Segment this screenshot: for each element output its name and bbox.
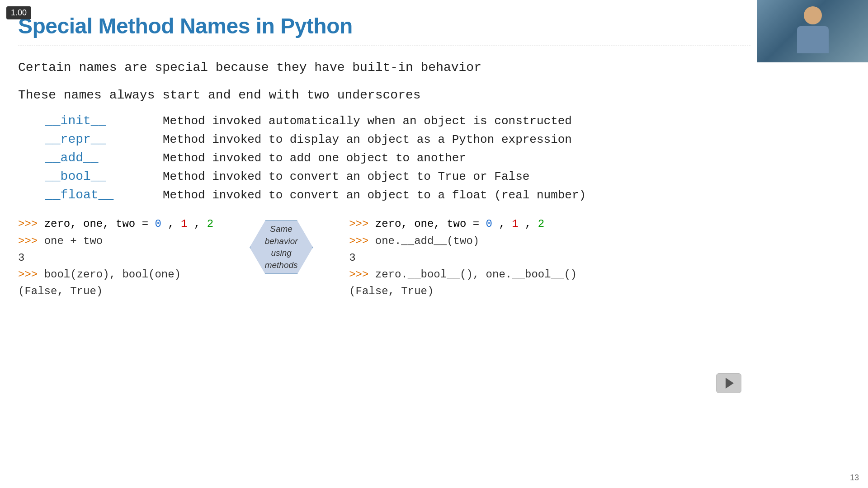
prompt-r1: >>>	[349, 218, 368, 230]
presenter-silhouette	[795, 6, 831, 56]
prompt-1: >>>	[18, 218, 38, 230]
method-row-bool: __bool__ Method invoked to convert an ob…	[45, 169, 750, 183]
slide-content: Special Method Names in Python Certain n…	[18, 14, 750, 470]
code-right-line-2: >>> one.__add__(two)	[349, 233, 577, 249]
method-name-repr: __repr__	[45, 132, 136, 146]
method-row-add: __add__ Method invoked to add one object…	[45, 151, 750, 165]
method-desc-float: Method invoked to convert an object to a…	[163, 188, 586, 202]
code-left-line-2: >>> one + two	[18, 233, 213, 249]
methods-table: __init__ Method invoked automatically wh…	[45, 114, 750, 202]
method-name-float: __float__	[45, 188, 136, 202]
speed-badge: 1.00	[6, 6, 31, 19]
code-block-left: >>> zero, one, two = 0 , 1 , 2 >>> one +…	[18, 216, 213, 300]
prompt-3: >>>	[18, 268, 38, 281]
method-row-float: __float__ Method invoked to convert an o…	[45, 188, 750, 202]
code-block-right: >>> zero, one, two = 0 , 1 , 2 >>> one._…	[349, 216, 577, 300]
intro-line-2: These names always start and end with tw…	[18, 86, 750, 104]
method-name-bool: __bool__	[45, 169, 136, 183]
hexagon-container: Samebehaviorusingmethods	[241, 220, 322, 274]
code-right-line-1: >>> zero, one, two = 0 , 1 , 2	[349, 216, 577, 232]
code-comparison-area: >>> zero, one, two = 0 , 1 , 2 >>> one +…	[18, 216, 750, 300]
webcam-overlay	[757, 0, 868, 62]
method-desc-init: Method invoked automatically when an obj…	[163, 114, 572, 128]
presenter-head	[804, 6, 822, 24]
code-right-output-2: (False, True)	[349, 283, 577, 300]
prompt-r2: >>>	[349, 235, 368, 247]
code-left-output-2: (False, True)	[18, 283, 213, 300]
prompt-2: >>>	[18, 235, 38, 247]
method-desc-repr: Method invoked to display an object as a…	[163, 133, 572, 146]
presenter-body	[797, 26, 829, 53]
play-button[interactable]	[716, 373, 741, 393]
method-row-init: __init__ Method invoked automatically wh…	[45, 114, 750, 128]
method-name-init: __init__	[45, 114, 136, 128]
code-right-output-1: 3	[349, 249, 577, 266]
code-left-output-1: 3	[18, 249, 213, 266]
presenter-video	[757, 0, 868, 62]
method-name-add: __add__	[45, 151, 136, 165]
prompt-r3: >>>	[349, 268, 368, 281]
hexagon-shape: Samebehaviorusingmethods	[250, 220, 313, 274]
intro-line-1: Certain names are special because they h…	[18, 59, 750, 76]
code-left-line-1: >>> zero, one, two = 0 , 1 , 2	[18, 216, 213, 232]
title-divider	[18, 46, 750, 46]
method-desc-add: Method invoked to add one object to anot…	[163, 151, 466, 165]
method-row-repr: __repr__ Method invoked to display an ob…	[45, 132, 750, 146]
code-left-line-3: >>> bool(zero), bool(one)	[18, 266, 213, 283]
method-desc-bool: Method invoked to convert an object to T…	[163, 170, 529, 183]
play-icon	[726, 378, 734, 389]
hexagon-label: Samebehaviorusingmethods	[265, 223, 298, 271]
page-number: 13	[850, 473, 859, 483]
code-right-line-3: >>> zero.__bool__(), one.__bool__()	[349, 266, 577, 283]
slide-title: Special Method Names in Python	[18, 14, 750, 38]
